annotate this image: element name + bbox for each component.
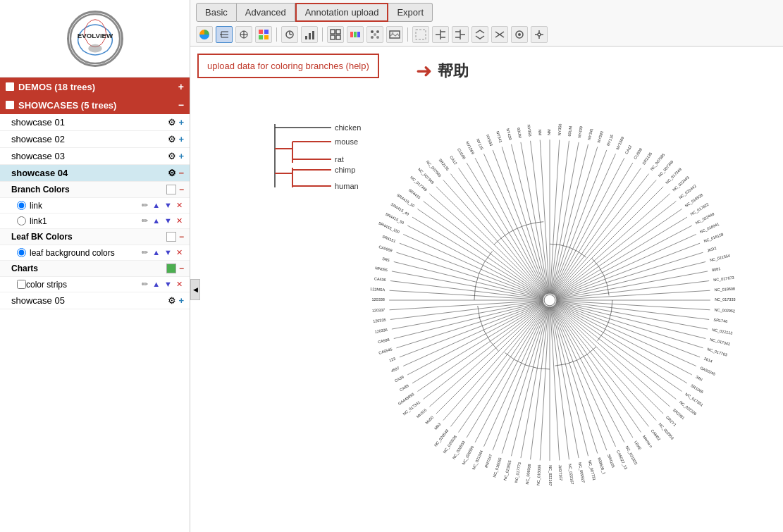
expand-icon[interactable] <box>471 26 488 43</box>
layout-icon1[interactable] <box>432 26 449 43</box>
demos-expand-icon[interactable]: + <box>178 81 184 92</box>
svg-line-193 <box>553 306 626 426</box>
branch-link-radio[interactable] <box>17 201 26 210</box>
svg-line-230 <box>521 450 522 458</box>
svg-line-302 <box>390 290 398 291</box>
tab-basic[interactable]: Basic <box>196 3 237 22</box>
leaf-bk-checkbox[interactable] <box>166 232 176 242</box>
svg-line-260 <box>436 397 453 414</box>
annotation-upload-box[interactable]: upload data for coloring branches (help) <box>197 54 379 78</box>
svg-line-67 <box>550 151 559 294</box>
settings-icon[interactable] <box>281 26 298 43</box>
branch-link1-delete-icon[interactable]: ✕ <box>175 216 184 226</box>
color-strips-checkbox[interactable] <box>17 280 26 289</box>
bar-chart-icon[interactable] <box>301 26 318 43</box>
charts-label: Charts <box>11 264 38 273</box>
svg-line-224 <box>540 450 541 461</box>
layout-icon2[interactable] <box>452 26 469 43</box>
branch-link1-edit-icon[interactable]: ✏ <box>140 216 149 226</box>
showcase02-gear-icon[interactable]: ⚙ <box>168 134 176 144</box>
svg-line-98 <box>636 174 649 190</box>
tab-annotation[interactable]: Annotation upload <box>295 3 389 22</box>
svg-text:NM: NM <box>547 129 551 135</box>
tab-export[interactable]: Export <box>388 3 433 22</box>
color-strips-edit-icon[interactable]: ✏ <box>140 279 149 290</box>
collapse-icon[interactable] <box>491 26 508 43</box>
svg-line-266 <box>424 385 441 399</box>
sidebar-item-showcase05[interactable]: showcase 05 ⚙ + <box>0 292 190 309</box>
svg-line-296 <box>390 309 415 310</box>
svg-text:CA436: CA436 <box>374 276 386 282</box>
branch-link1-up-icon[interactable]: ▲ <box>151 216 161 226</box>
branch-link-edit-icon[interactable]: ✏ <box>140 200 149 211</box>
showcase03-actions: ⚙ + <box>168 151 184 161</box>
circular-tree-icon[interactable] <box>235 26 252 43</box>
showcase03-plus-icon[interactable]: + <box>178 151 184 161</box>
color-strips-down-icon[interactable]: ▼ <box>163 279 173 290</box>
leaf-bg-radio[interactable] <box>17 248 26 257</box>
demos-section[interactable]: DEMOS (18 trees) + <box>0 78 190 96</box>
branch-link-down-icon[interactable]: ▼ <box>163 200 173 211</box>
showcase02-plus-icon[interactable]: + <box>178 134 184 144</box>
grid-icon[interactable] <box>327 26 344 43</box>
charts-minus[interactable]: − <box>179 264 184 273</box>
sidebar-item-showcase03[interactable]: showcase 03 ⚙ + <box>0 148 190 165</box>
showcase05-plus-icon[interactable]: + <box>178 295 184 306</box>
svg-line-317 <box>400 243 431 255</box>
svg-line-139 <box>556 292 686 299</box>
dots-icon[interactable] <box>366 26 383 43</box>
sidebar-item-showcase01[interactable]: showcase 01 ⚙ + <box>0 114 190 131</box>
leaf-bg-edit-icon[interactable]: ✏ <box>140 247 149 258</box>
showcase01-plus-icon[interactable]: + <box>178 117 184 128</box>
svg-line-362 <box>502 147 510 173</box>
tab-advanced[interactable]: Advanced <box>237 3 295 22</box>
leaf-bk-minus[interactable]: − <box>179 232 184 242</box>
svg-text:chimp: chimp <box>335 166 355 174</box>
leaf-bg-delete-icon[interactable]: ✕ <box>175 247 184 258</box>
svg-point-47 <box>538 33 541 36</box>
svg-line-187 <box>554 305 642 418</box>
sidebar-collapse-btn[interactable]: ◀ <box>190 279 200 300</box>
branch-link-actions: ✏ ▲ ▼ ✕ <box>140 200 184 211</box>
rect-tree-icon[interactable] <box>216 26 233 43</box>
svg-line-133 <box>556 275 687 299</box>
branch-link1-down-icon[interactable]: ▼ <box>163 216 173 226</box>
color-icon[interactable] <box>255 26 272 43</box>
showcase04-minus-icon[interactable]: − <box>178 168 184 178</box>
sidebar-item-showcase04[interactable]: showcase 04 ⚙ − <box>0 165 190 182</box>
color-strips-delete-icon[interactable]: ✕ <box>175 279 184 290</box>
leaf-bg-up-icon[interactable]: ▲ <box>151 247 161 258</box>
svg-line-173 <box>652 371 682 392</box>
select-icon[interactable] <box>412 26 429 43</box>
branch-link-delete-icon[interactable]: ✕ <box>175 200 184 211</box>
color-squares-icon[interactable] <box>347 26 364 43</box>
sidebar-item-showcase02[interactable]: showcase 02 ⚙ + <box>0 131 190 148</box>
svg-text:NY341: NY341 <box>495 130 503 143</box>
leaf-bg-down-icon[interactable]: ▼ <box>163 247 173 258</box>
branch-link-up-icon[interactable]: ▲ <box>151 200 161 211</box>
branch-link1-row: link1 ✏ ▲ ▼ ✕ <box>0 214 190 229</box>
svg-line-268 <box>450 304 545 369</box>
color-strips-up-icon[interactable]: ▲ <box>151 279 161 290</box>
pie-chart-icon[interactable] <box>196 26 213 43</box>
showcases-section[interactable]: SHOWCASES (5 trees) − <box>0 96 190 114</box>
showcase03-gear-icon[interactable]: ⚙ <box>168 151 176 161</box>
showcases-collapse-icon[interactable]: − <box>178 99 184 111</box>
node-circle-icon[interactable] <box>511 26 528 43</box>
showcase05-gear-icon[interactable]: ⚙ <box>168 295 176 306</box>
branch-link1-radio[interactable] <box>17 216 26 225</box>
node-split-icon[interactable] <box>531 26 548 43</box>
svg-text:NY341: NY341 <box>587 128 594 140</box>
showcase02-label: showcase 02 <box>11 134 168 144</box>
svg-text:609628_1: 609628_1 <box>597 457 606 474</box>
image-icon[interactable] <box>386 26 403 43</box>
charts-checkbox[interactable] <box>166 264 176 273</box>
branch-colors-checkbox[interactable] <box>166 185 176 194</box>
showcase04-gear-icon[interactable]: ⚙ <box>168 168 176 178</box>
showcase01-gear-icon[interactable]: ⚙ <box>168 117 176 128</box>
svg-line-310 <box>418 268 543 299</box>
branch-colors-minus[interactable]: − <box>179 185 184 194</box>
svg-text:SR4415_150: SR4415_150 <box>378 221 400 234</box>
svg-text:GA448993: GA448993 <box>397 392 415 406</box>
svg-line-203 <box>599 431 607 450</box>
